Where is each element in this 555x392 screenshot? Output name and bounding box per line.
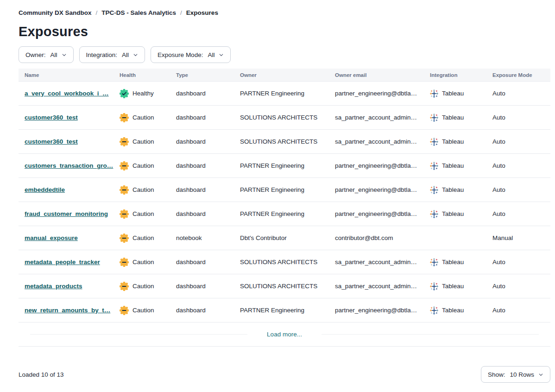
owner-filter-label: Owner: [25,51,46,58]
health-label: Caution [132,234,154,241]
integration-filter-value: All [122,51,129,58]
integration-label: Tableau [442,138,464,145]
health-badge-icon [120,185,129,195]
integration-label: Tableau [442,283,464,290]
owner-email-cell: partner_engineering@dbtla… [329,307,424,314]
column-header-type: Type [170,72,234,78]
health-label: Caution [132,186,154,193]
table-header-row: Name Health Type Owner Owner email Integ… [19,69,550,82]
exposure-mode-filter-button[interactable]: Exposure Mode:All [151,46,231,63]
divider-line [30,334,247,335]
owner-cell: PARTNER Engineering [234,210,329,217]
integration-filter-button[interactable]: Integration:All [79,46,145,63]
exposure-mode-cell: Manual [486,234,550,241]
health-label: Caution [132,162,154,169]
health-badge-icon [120,282,129,291]
type-cell: dashboard [170,259,234,266]
health-badge-icon [120,89,129,98]
owner-cell: PARTNER Engineering [234,186,329,193]
tableau-icon [430,89,438,98]
load-more-link[interactable]: Load more... [267,331,302,338]
breadcrumb-item-environment[interactable]: TPC-DS - Sales Analytics [101,9,176,16]
column-header-integration: Integration [424,72,486,78]
health-label: Caution [132,307,154,314]
owner-cell: SOLUTIONS ARCHITECTS [234,283,329,290]
integration-label: Tableau [442,162,464,169]
integration-filter-label: Integration: [86,51,118,58]
exposure-name-link[interactable]: customer360_test [25,138,78,145]
health-badge-icon [120,137,129,146]
health-label: Caution [132,259,154,266]
table-body: a_very_cool_workbook_i_… [19,82,550,322]
breadcrumb-item-project[interactable]: Community DX Sandbox [19,9,92,16]
owner-email-cell: sa_partner_account_admin… [329,283,424,290]
exposure-name-link[interactable]: metadata_people_tracker [25,259,100,266]
owner-cell: PARTNER Engineering [234,162,329,169]
show-rows-label: Show: [488,371,505,378]
tableau-icon [430,138,438,146]
owner-email-cell: partner_engineering@dbtla… [329,186,424,193]
integration-label: Tableau [442,259,464,266]
divider-line [322,334,539,335]
exposure-mode-cell: Auto [486,259,550,266]
health-label: Caution [132,138,154,145]
tableau-icon [430,306,438,315]
table-row: customer360_test [19,106,550,130]
exposure-name-link[interactable]: new_return_amounts_by_t… [25,307,110,314]
table-row: metadata_products [19,274,550,298]
health-label: Caution [132,283,154,290]
health-badge-icon [120,209,129,219]
exposure-name-link[interactable]: metadata_products [25,283,82,290]
owner-cell: SOLUTIONS ARCHITECTS [234,138,329,145]
exposure-mode-cell: Auto [486,138,550,145]
health-badge-icon [120,306,129,315]
column-header-exposure-mode: Exposure Mode [486,72,550,78]
show-rows-value: 10 Rows [510,371,534,378]
table-footer: Loaded 10 of 13 Show:10 Rows [19,366,550,383]
table-row: metadata_people_tracker [19,250,550,274]
breadcrumb-item-exposures: Exposures [186,9,218,16]
exposure-mode-filter-value: All [208,51,214,58]
show-rows-button[interactable]: Show:10 Rows [481,366,550,383]
exposure-mode-filter-label: Exposure Mode: [158,51,203,58]
exposure-name-link[interactable]: customer360_test [25,114,78,121]
owner-cell: PARTNER Engineering [234,307,329,314]
tableau-icon [430,186,438,194]
exposures-table: Name Health Type Owner Owner email Integ… [19,69,550,347]
exposure-name-link[interactable]: fraud_customer_monitoring [25,210,108,217]
integration-label: Tableau [442,186,464,193]
column-header-owner-email: Owner email [329,72,424,78]
breadcrumb-separator: / [96,9,98,16]
owner-filter-button[interactable]: Owner:All [19,46,74,63]
exposure-name-link[interactable]: manual_exposure [25,234,78,241]
exposure-mode-cell: Auto [486,90,550,97]
load-more-row: Load more... [19,322,550,347]
owner-email-cell: sa_partner_account_admin… [329,114,424,121]
owner-email-cell: partner_engineering@dbtla… [329,90,424,97]
tableau-icon [430,114,438,122]
type-cell: dashboard [170,114,234,121]
health-label: Healthy [132,90,154,97]
table-row: embeddedtile [19,178,550,202]
owner-filter-value: All [50,51,57,58]
chevron-down-icon [62,52,67,57]
column-header-owner: Owner [234,72,329,78]
breadcrumb-separator: / [180,9,182,16]
table-row: manual_exposure [19,226,550,250]
exposure-name-link[interactable]: customers_transaction_gro… [25,162,113,169]
owner-cell: PARTNER Engineering [234,90,329,97]
type-cell: dashboard [170,307,234,314]
table-row: new_return_amounts_by_t… [19,298,550,322]
owner-email-cell: sa_partner_account_admin… [329,138,424,145]
integration-label: Tableau [442,90,464,97]
type-cell: notebook [170,234,234,241]
exposure-name-link[interactable]: a_very_cool_workbook_i_… [25,90,109,97]
health-badge-icon [120,161,129,171]
exposure-name-link[interactable]: embeddedtile [25,186,65,193]
health-label: Caution [132,114,154,121]
owner-email-cell: sa_partner_account_admin… [329,259,424,266]
type-cell: dashboard [170,162,234,169]
chevron-down-icon [133,52,138,57]
breadcrumb: Community DX Sandbox / TPC-DS - Sales An… [19,9,550,16]
health-badge-icon [120,113,129,122]
